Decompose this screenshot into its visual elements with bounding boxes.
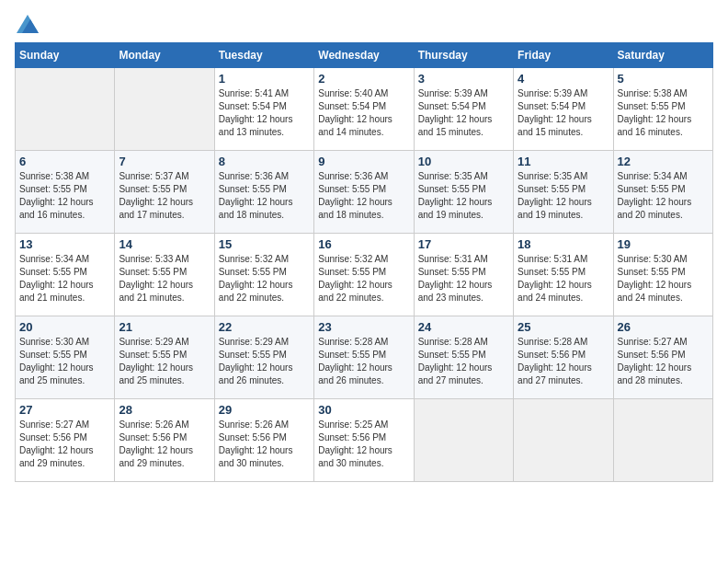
calendar-cell bbox=[16, 68, 115, 151]
calendar-week-row: 13Sunrise: 5:34 AMSunset: 5:55 PMDayligh… bbox=[16, 234, 713, 316]
calendar-week-row: 27Sunrise: 5:27 AMSunset: 5:56 PMDayligh… bbox=[16, 399, 713, 482]
day-info: Sunrise: 5:31 AMSunset: 5:55 PMDaylight:… bbox=[418, 253, 509, 304]
day-number: 11 bbox=[518, 155, 609, 168]
calendar-cell: 9Sunrise: 5:36 AMSunset: 5:55 PMDaylight… bbox=[314, 151, 414, 234]
day-number: 24 bbox=[418, 320, 509, 334]
weekday-header: Friday bbox=[514, 43, 613, 68]
day-number: 21 bbox=[119, 320, 210, 334]
calendar-cell: 19Sunrise: 5:30 AMSunset: 5:55 PMDayligh… bbox=[613, 234, 712, 316]
day-info: Sunrise: 5:28 AMSunset: 5:55 PMDaylight:… bbox=[318, 336, 409, 387]
day-info: Sunrise: 5:30 AMSunset: 5:55 PMDaylight:… bbox=[19, 336, 110, 387]
day-info: Sunrise: 5:34 AMSunset: 5:55 PMDaylight:… bbox=[19, 253, 110, 304]
day-number: 14 bbox=[119, 237, 210, 251]
day-number: 12 bbox=[618, 155, 709, 168]
day-info: Sunrise: 5:35 AMSunset: 5:55 PMDaylight:… bbox=[518, 170, 609, 222]
calendar-cell: 7Sunrise: 5:37 AMSunset: 5:55 PMDaylight… bbox=[115, 151, 214, 234]
calendar-cell: 20Sunrise: 5:30 AMSunset: 5:55 PMDayligh… bbox=[16, 316, 115, 399]
calendar-cell bbox=[613, 399, 712, 482]
calendar-cell: 8Sunrise: 5:36 AMSunset: 5:55 PMDaylight… bbox=[214, 151, 313, 234]
day-number: 15 bbox=[219, 237, 310, 251]
day-info: Sunrise: 5:32 AMSunset: 5:55 PMDaylight:… bbox=[318, 253, 409, 304]
day-number: 27 bbox=[19, 403, 110, 417]
day-info: Sunrise: 5:36 AMSunset: 5:55 PMDaylight:… bbox=[219, 170, 310, 222]
calendar-cell: 2Sunrise: 5:40 AMSunset: 5:54 PMDaylight… bbox=[314, 68, 414, 151]
day-number: 8 bbox=[219, 155, 310, 168]
day-info: Sunrise: 5:27 AMSunset: 5:56 PMDaylight:… bbox=[19, 419, 110, 470]
day-number: 26 bbox=[618, 320, 709, 334]
day-info: Sunrise: 5:38 AMSunset: 5:55 PMDaylight:… bbox=[19, 170, 110, 222]
day-number: 17 bbox=[418, 237, 509, 251]
calendar-cell: 10Sunrise: 5:35 AMSunset: 5:55 PMDayligh… bbox=[414, 151, 513, 234]
day-info: Sunrise: 5:27 AMSunset: 5:56 PMDaylight:… bbox=[618, 336, 709, 387]
day-info: Sunrise: 5:28 AMSunset: 5:56 PMDaylight:… bbox=[518, 336, 609, 387]
weekday-header: Sunday bbox=[16, 43, 115, 68]
day-number: 4 bbox=[518, 72, 609, 86]
weekday-header: Tuesday bbox=[214, 43, 313, 68]
day-info: Sunrise: 5:34 AMSunset: 5:55 PMDaylight:… bbox=[618, 170, 709, 222]
day-info: Sunrise: 5:37 AMSunset: 5:55 PMDaylight:… bbox=[119, 170, 210, 222]
calendar-cell bbox=[115, 68, 214, 151]
day-number: 13 bbox=[19, 237, 110, 251]
weekday-header: Wednesday bbox=[314, 43, 414, 68]
calendar-cell: 5Sunrise: 5:38 AMSunset: 5:55 PMDaylight… bbox=[613, 68, 712, 151]
calendar-cell: 12Sunrise: 5:34 AMSunset: 5:55 PMDayligh… bbox=[613, 151, 712, 234]
calendar-cell: 26Sunrise: 5:27 AMSunset: 5:56 PMDayligh… bbox=[613, 316, 712, 399]
calendar-cell: 14Sunrise: 5:33 AMSunset: 5:55 PMDayligh… bbox=[115, 234, 214, 316]
day-info: Sunrise: 5:30 AMSunset: 5:55 PMDaylight:… bbox=[618, 253, 709, 304]
calendar-cell: 13Sunrise: 5:34 AMSunset: 5:55 PMDayligh… bbox=[16, 234, 115, 316]
day-number: 3 bbox=[418, 72, 509, 86]
day-number: 5 bbox=[618, 72, 709, 86]
day-info: Sunrise: 5:29 AMSunset: 5:55 PMDaylight:… bbox=[119, 336, 210, 387]
day-info: Sunrise: 5:41 AMSunset: 5:54 PMDaylight:… bbox=[219, 87, 310, 139]
day-info: Sunrise: 5:33 AMSunset: 5:55 PMDaylight:… bbox=[119, 253, 210, 304]
day-info: Sunrise: 5:26 AMSunset: 5:56 PMDaylight:… bbox=[219, 419, 310, 470]
logo bbox=[15, 15, 40, 33]
day-info: Sunrise: 5:40 AMSunset: 5:54 PMDaylight:… bbox=[318, 87, 409, 139]
calendar-cell: 30Sunrise: 5:25 AMSunset: 5:56 PMDayligh… bbox=[314, 399, 414, 482]
calendar-cell: 11Sunrise: 5:35 AMSunset: 5:55 PMDayligh… bbox=[514, 151, 613, 234]
calendar-week-row: 1Sunrise: 5:41 AMSunset: 5:54 PMDaylight… bbox=[16, 68, 713, 151]
calendar-cell: 18Sunrise: 5:31 AMSunset: 5:55 PMDayligh… bbox=[514, 234, 613, 316]
day-number: 1 bbox=[219, 72, 310, 86]
logo-icon bbox=[17, 15, 39, 33]
calendar-table: SundayMondayTuesdayWednesdayThursdayFrid… bbox=[15, 42, 713, 482]
calendar-cell: 28Sunrise: 5:26 AMSunset: 5:56 PMDayligh… bbox=[115, 399, 214, 482]
day-number: 23 bbox=[318, 320, 409, 334]
day-number: 9 bbox=[318, 155, 409, 168]
calendar-cell: 25Sunrise: 5:28 AMSunset: 5:56 PMDayligh… bbox=[514, 316, 613, 399]
calendar-cell bbox=[514, 399, 613, 482]
calendar-cell bbox=[414, 399, 513, 482]
day-info: Sunrise: 5:39 AMSunset: 5:54 PMDaylight:… bbox=[518, 87, 609, 139]
day-info: Sunrise: 5:32 AMSunset: 5:55 PMDaylight:… bbox=[219, 253, 310, 304]
weekday-header: Thursday bbox=[414, 43, 513, 68]
calendar-week-row: 6Sunrise: 5:38 AMSunset: 5:55 PMDaylight… bbox=[16, 151, 713, 234]
calendar-cell: 1Sunrise: 5:41 AMSunset: 5:54 PMDaylight… bbox=[214, 68, 313, 151]
day-number: 18 bbox=[518, 237, 609, 251]
calendar-cell: 27Sunrise: 5:27 AMSunset: 5:56 PMDayligh… bbox=[16, 399, 115, 482]
day-info: Sunrise: 5:36 AMSunset: 5:55 PMDaylight:… bbox=[318, 170, 409, 222]
day-number: 19 bbox=[618, 237, 709, 251]
weekday-header: Monday bbox=[115, 43, 214, 68]
day-number: 30 bbox=[318, 403, 409, 417]
calendar-cell: 24Sunrise: 5:28 AMSunset: 5:55 PMDayligh… bbox=[414, 316, 513, 399]
calendar-cell: 23Sunrise: 5:28 AMSunset: 5:55 PMDayligh… bbox=[314, 316, 414, 399]
page-header bbox=[15, 15, 713, 33]
calendar-cell: 15Sunrise: 5:32 AMSunset: 5:55 PMDayligh… bbox=[214, 234, 313, 316]
calendar-cell: 17Sunrise: 5:31 AMSunset: 5:55 PMDayligh… bbox=[414, 234, 513, 316]
calendar-cell: 16Sunrise: 5:32 AMSunset: 5:55 PMDayligh… bbox=[314, 234, 414, 316]
calendar-week-row: 20Sunrise: 5:30 AMSunset: 5:55 PMDayligh… bbox=[16, 316, 713, 399]
calendar-cell: 29Sunrise: 5:26 AMSunset: 5:56 PMDayligh… bbox=[214, 399, 313, 482]
day-number: 2 bbox=[318, 72, 409, 86]
day-info: Sunrise: 5:38 AMSunset: 5:55 PMDaylight:… bbox=[618, 87, 709, 139]
day-info: Sunrise: 5:25 AMSunset: 5:56 PMDaylight:… bbox=[318, 419, 409, 470]
day-number: 7 bbox=[119, 155, 210, 168]
calendar-cell: 22Sunrise: 5:29 AMSunset: 5:55 PMDayligh… bbox=[214, 316, 313, 399]
day-info: Sunrise: 5:35 AMSunset: 5:55 PMDaylight:… bbox=[418, 170, 509, 222]
calendar-cell: 3Sunrise: 5:39 AMSunset: 5:54 PMDaylight… bbox=[414, 68, 513, 151]
day-number: 28 bbox=[119, 403, 210, 417]
day-info: Sunrise: 5:29 AMSunset: 5:55 PMDaylight:… bbox=[219, 336, 310, 387]
day-number: 25 bbox=[518, 320, 609, 334]
day-info: Sunrise: 5:28 AMSunset: 5:55 PMDaylight:… bbox=[418, 336, 509, 387]
day-number: 29 bbox=[219, 403, 310, 417]
day-number: 20 bbox=[19, 320, 110, 334]
